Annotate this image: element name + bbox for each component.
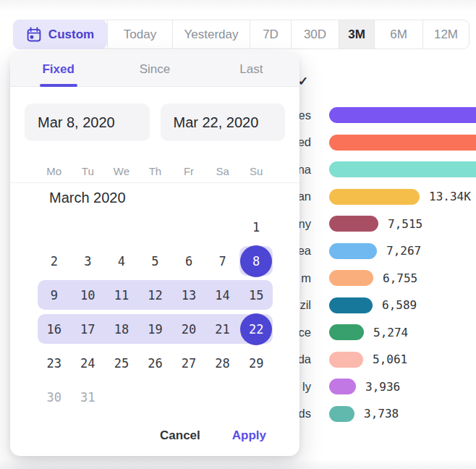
- calendar-day-28[interactable]: 28: [205, 346, 239, 380]
- preset-yesterday[interactable]: Yesterday: [172, 20, 250, 48]
- calendar-day-21[interactable]: 21: [205, 312, 239, 346]
- preset-12m[interactable]: 12M: [422, 20, 469, 48]
- day-number: 12: [148, 288, 162, 303]
- weekday-label: We: [105, 161, 139, 182]
- custom-range-button[interactable]: Custom: [13, 20, 107, 49]
- start-date-input[interactable]: Mar 8, 2020: [25, 103, 150, 141]
- tab-label: Fixed: [42, 62, 74, 77]
- calendar-day-7[interactable]: 7: [205, 244, 239, 278]
- calendar-week-row: 9101112131415: [38, 278, 273, 312]
- calendar-day-15[interactable]: 15: [239, 278, 273, 312]
- calendar-day-13[interactable]: 13: [172, 278, 206, 312]
- calendar-day-12[interactable]: 12: [138, 278, 172, 312]
- calendar-day-10[interactable]: 10: [71, 278, 105, 312]
- preset-today[interactable]: Today: [107, 20, 172, 48]
- chart-bar[interactable]: [329, 324, 364, 340]
- calendar-day-17[interactable]: 17: [71, 312, 105, 346]
- date-range-toolbar: Custom TodayYesterday7D30D3M6M12M: [13, 20, 469, 49]
- day-number: 17: [80, 322, 95, 337]
- date-inputs-row: Mar 8, 2020 Mar 22, 2020: [25, 103, 285, 141]
- calendar-day-22[interactable]: 22: [239, 312, 273, 346]
- calendar-day-16[interactable]: 16: [38, 312, 72, 346]
- calendar-day-30[interactable]: 30: [38, 380, 72, 414]
- chart-bar[interactable]: [329, 161, 476, 177]
- calendar-week-row: 3031: [38, 380, 273, 414]
- day-number: 11: [114, 288, 129, 303]
- calendar-day-2[interactable]: 2: [38, 244, 72, 278]
- check-icon: ✓: [298, 74, 308, 89]
- chart-bar[interactable]: [329, 107, 476, 123]
- chart-value: 7,267: [386, 237, 421, 265]
- calendar-day-3[interactable]: 3: [71, 244, 105, 278]
- preset-7d[interactable]: 7D: [250, 20, 291, 48]
- weekday-label: Th: [138, 161, 172, 182]
- calendar-day-19[interactable]: 19: [138, 312, 172, 346]
- weekday-label: Mo: [38, 161, 72, 182]
- chart-bar[interactable]: [329, 189, 420, 205]
- chart-bar[interactable]: [329, 297, 373, 313]
- chart-value: 3,738: [364, 400, 399, 428]
- weekday-label: Tu: [71, 161, 105, 182]
- day-number: 6: [185, 254, 192, 269]
- weekday-label: Fr: [172, 161, 206, 182]
- calendar-day-empty: [105, 380, 139, 414]
- day-number: 9: [51, 288, 58, 303]
- calendar-day-empty: [38, 210, 72, 244]
- weekday-label: Sa: [205, 161, 239, 182]
- weekday-row: MoTuWeThFrSaSu: [38, 161, 273, 182]
- calendar-day-29[interactable]: 29: [239, 346, 273, 380]
- chart-bar[interactable]: [329, 270, 373, 286]
- chart-bar[interactable]: [329, 243, 377, 259]
- calendar-day-5[interactable]: 5: [138, 244, 172, 278]
- chart-bar[interactable]: [329, 406, 354, 422]
- calendar-day-27[interactable]: 27: [172, 346, 206, 380]
- calendar-day-14[interactable]: 14: [205, 278, 239, 312]
- preset-3m[interactable]: 3M: [339, 20, 374, 48]
- calendar-day-8[interactable]: 8: [239, 244, 273, 278]
- calendar-day-4[interactable]: 4: [105, 244, 139, 278]
- calendar-day-18[interactable]: 18: [105, 312, 139, 346]
- calendar-week-row: 2345678: [38, 244, 273, 278]
- chart-bar[interactable]: [329, 216, 378, 232]
- calendar-day-empty: [239, 380, 273, 414]
- chart-value: 5,274: [373, 319, 408, 347]
- chart-bar[interactable]: [329, 352, 363, 368]
- calendar-day-31[interactable]: 31: [71, 380, 105, 414]
- day-number: 10: [80, 288, 95, 303]
- calendar-day-empty: [205, 380, 239, 414]
- calendar-week-row: 16171819202122: [38, 312, 273, 346]
- day-number: 13: [182, 288, 196, 303]
- preset-6m[interactable]: 6M: [374, 20, 422, 48]
- day-number: 16: [47, 322, 61, 337]
- calendar-day-9[interactable]: 9: [38, 278, 72, 312]
- calendar-day-1[interactable]: 1: [239, 210, 273, 244]
- calendar-day-6[interactable]: 6: [172, 244, 206, 278]
- day-number: 19: [148, 322, 162, 337]
- chart-bar[interactable]: [329, 379, 356, 394]
- tab-last[interactable]: Last: [203, 52, 299, 86]
- custom-range-label: Custom: [48, 28, 94, 42]
- calendar-day-empty: [138, 210, 172, 244]
- cancel-button[interactable]: Cancel: [160, 428, 200, 443]
- calendar-day-25[interactable]: 25: [105, 346, 139, 380]
- apply-button[interactable]: Apply: [232, 428, 266, 443]
- end-date-input[interactable]: Mar 22, 2020: [161, 103, 286, 141]
- weekday-divider: [10, 182, 299, 183]
- calendar-day-23[interactable]: 23: [38, 346, 72, 380]
- tab-since[interactable]: Since: [106, 52, 203, 86]
- preset-30d[interactable]: 30D: [291, 20, 339, 48]
- calendar-day-24[interactable]: 24: [71, 346, 105, 380]
- chart-bar[interactable]: [329, 135, 476, 151]
- day-number: 24: [80, 356, 95, 371]
- day-number: 23: [47, 356, 61, 371]
- day-number: 7: [218, 254, 226, 269]
- day-number: 2: [51, 254, 58, 269]
- calendar-day-26[interactable]: 26: [138, 346, 172, 380]
- day-number: 21: [215, 322, 229, 337]
- calendar-day-empty: [71, 210, 105, 244]
- day-number: 31: [80, 390, 95, 405]
- calendar-day-11[interactable]: 11: [105, 278, 139, 312]
- calendar-grid: 1234567891011121314151617181920212223242…: [38, 210, 273, 414]
- tab-fixed[interactable]: Fixed: [10, 52, 106, 86]
- calendar-day-20[interactable]: 20: [172, 312, 206, 346]
